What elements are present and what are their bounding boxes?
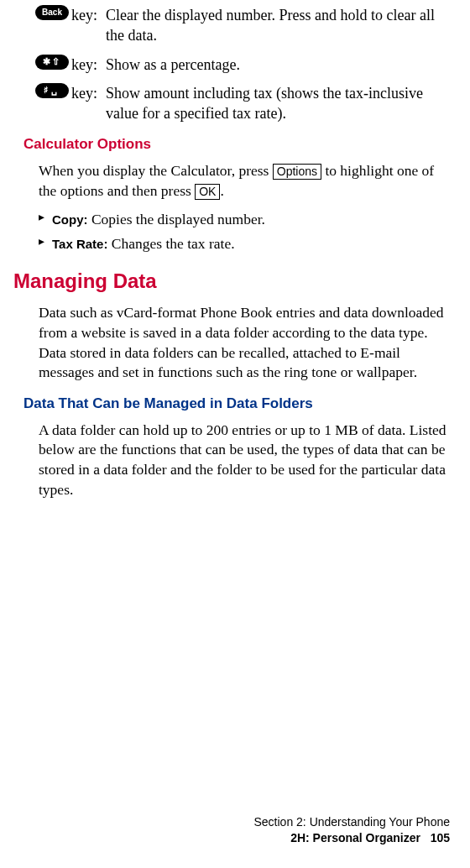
bullet-desc: Changes the tax rate. [107,235,234,252]
managing-data-para: Data such as vCard-format Phone Book ent… [39,303,450,383]
key-desc: Show amount including tax (shows the tax… [99,83,450,124]
data-folders-para: A data folder can hold up to 200 entries… [39,421,450,500]
bullet-label: Copy: [52,212,88,227]
key-row-star: ✱⇧ key: Show as a percentage. [35,55,450,75]
key-row-hash: ♯␣ key: Show amount including tax (shows… [35,83,450,124]
para-text: When you display the Calculator, press [39,162,273,179]
key-desc: Show as a percentage. [99,55,450,75]
key-label: key: [69,5,99,25]
calculator-options-para: When you display the Calculator, press O… [39,161,450,201]
footer-section: Section 2: Understanding Your Phone [253,814,450,830]
calculator-options-heading: Calculator Options [24,135,450,154]
footer-subsection: 2H: Personal Organizer [290,831,420,844]
bullet-desc: Copies the displayed number. [88,211,265,227]
data-folders-heading: Data That Can be Managed in Data Folders [24,395,450,414]
hash-key-icon: ♯␣ [35,83,69,98]
key-label: key: [69,83,99,103]
back-key-icon: Back [35,5,69,20]
bullet-label: Tax Rate: [52,237,107,251]
key-label: key: [69,55,99,75]
para-text: . [220,182,223,199]
ok-softkey: OK [195,184,220,200]
key-desc: Clear the displayed number. Press and ho… [99,5,450,46]
page-footer: Section 2: Understanding Your Phone 2H: … [253,814,450,846]
options-softkey: Options [273,164,321,180]
star-key-icon: ✱⇧ [35,55,69,70]
bullet-tax: Tax Rate: Changes the tax rate. [39,234,450,254]
managing-data-heading: Managing Data [13,268,450,295]
bullet-copy: Copy: Copies the displayed number. [39,210,450,230]
key-row-back: Back key: Clear the displayed number. Pr… [35,5,450,46]
page-number: 105 [431,831,450,844]
